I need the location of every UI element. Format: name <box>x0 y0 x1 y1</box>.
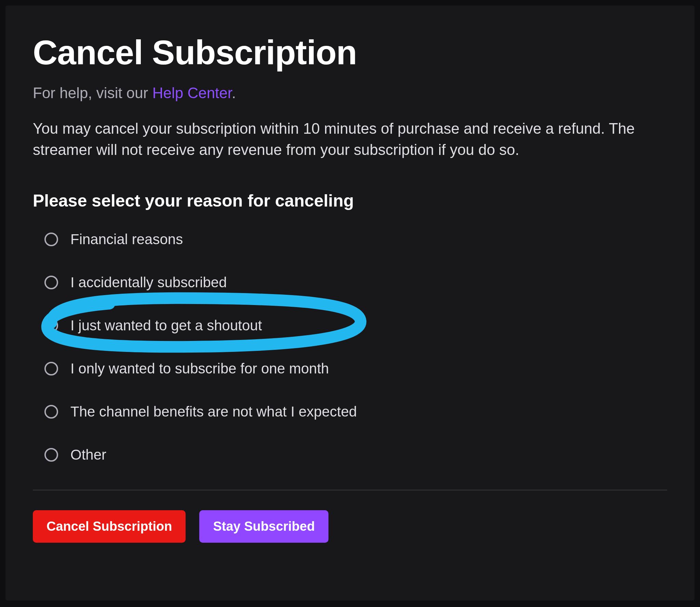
refund-notice: You may cancel your subscription within … <box>33 118 665 160</box>
stay-subscribed-button[interactable]: Stay Subscribed <box>199 510 328 543</box>
page-title: Cancel Subscription <box>33 33 667 72</box>
help-prefix: For help, visit our <box>33 84 152 101</box>
radio-icon <box>44 276 58 289</box>
reason-label: Financial reasons <box>70 231 183 248</box>
reason-option-financial[interactable]: Financial reasons <box>44 231 667 248</box>
reason-option-accidental[interactable]: I accidentally subscribed <box>44 274 667 291</box>
help-center-link[interactable]: Help Center <box>152 84 232 101</box>
reason-option-shoutout[interactable]: I just wanted to get a shoutout <box>44 317 667 334</box>
reason-radio-group: Financial reasons I accidentally subscri… <box>33 231 667 463</box>
cancel-subscription-button[interactable]: Cancel Subscription <box>33 510 186 543</box>
reason-label: I just wanted to get a shoutout <box>70 317 262 334</box>
help-suffix: . <box>232 84 236 101</box>
reason-label: The channel benefits are not what I expe… <box>70 404 357 420</box>
reason-heading: Please select your reason for canceling <box>33 191 667 211</box>
radio-icon <box>44 448 58 462</box>
reason-label: I only wanted to subscribe for one month <box>70 360 329 377</box>
reason-label: I accidentally subscribed <box>70 274 227 291</box>
reason-label: Other <box>70 447 106 463</box>
button-row: Cancel Subscription Stay Subscribed <box>33 510 667 543</box>
help-line: For help, visit our Help Center. <box>33 84 667 102</box>
reason-option-other[interactable]: Other <box>44 447 667 463</box>
radio-icon <box>44 405 58 419</box>
radio-icon <box>44 233 58 246</box>
reason-option-one-month[interactable]: I only wanted to subscribe for one month <box>44 360 667 377</box>
cancel-subscription-panel: Cancel Subscription For help, visit our … <box>5 5 695 601</box>
radio-icon <box>44 362 58 375</box>
divider <box>33 490 667 490</box>
radio-icon <box>44 319 58 332</box>
reason-option-benefits[interactable]: The channel benefits are not what I expe… <box>44 404 667 420</box>
